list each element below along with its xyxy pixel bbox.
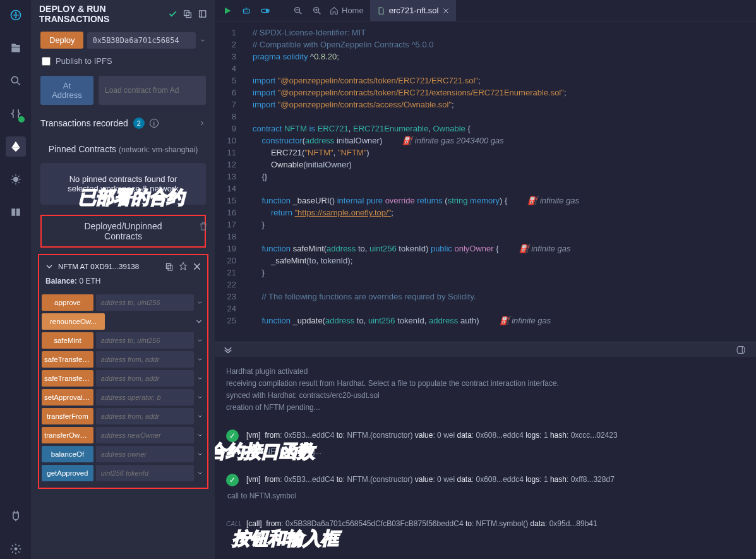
chevron-down-icon[interactable] — [196, 374, 203, 383]
debugger-icon[interactable] — [6, 169, 26, 189]
editor-tabbar: Home erc721-nft.sol — [215, 0, 756, 21]
disk-icon[interactable] — [736, 345, 746, 357]
annotation-3: 按钮和输入框 — [232, 532, 339, 544]
fn-input[interactable] — [96, 389, 194, 406]
tab-home[interactable]: Home — [330, 6, 364, 15]
balance-row: Balance: 0 ETH — [42, 277, 205, 292]
fn-input[interactable] — [96, 370, 194, 387]
fn-row: safeTransferFr... — [42, 351, 205, 368]
pin-icon[interactable] — [178, 261, 188, 272]
zoom-out-icon[interactable] — [292, 4, 304, 17]
svg-rect-9 — [243, 9, 249, 13]
trash-icon[interactable] — [198, 221, 208, 231]
deploy-button[interactable]: Deploy — [40, 32, 83, 49]
run-icon[interactable] — [221, 4, 234, 17]
chevron-down-icon[interactable] — [200, 37, 206, 44]
no-pinned-box: No pinned contracts found for selected w… — [40, 163, 206, 205]
tx-count-badge: 2 — [133, 117, 145, 129]
tab-file[interactable]: erc721-nft.sol — [370, 0, 457, 21]
fn-button[interactable]: safeTransferFr... — [42, 351, 93, 368]
chevron-down-icon[interactable] — [196, 469, 203, 478]
logo-icon[interactable] — [6, 5, 26, 25]
fn-button[interactable]: transferOwne... — [42, 427, 93, 443]
svg-point-2 — [13, 177, 18, 182]
code-editor[interactable]: 1234567891011121314151617181920212223242… — [215, 21, 756, 342]
fn-row: getApproved — [42, 465, 205, 481]
plugin-manager-icon[interactable] — [6, 506, 26, 526]
chevron-down-icon[interactable] — [196, 450, 203, 459]
fn-input[interactable] — [96, 465, 194, 481]
deployed-contracts-header: Deployed/Unpinned Contracts — [40, 215, 206, 248]
settings-icon[interactable] — [6, 539, 26, 559]
console-collapse-bar[interactable] — [215, 342, 756, 357]
deploy-address: 0x5B38Da6a701c56854 — [87, 32, 196, 49]
fn-button[interactable]: getApproved — [42, 465, 93, 481]
chevron-down-icon[interactable] — [44, 261, 54, 272]
fn-row: balanceOf — [42, 446, 205, 462]
compiler-icon[interactable] — [6, 104, 26, 124]
copy-icon[interactable] — [164, 261, 174, 272]
terminal-console[interactable]: Hardhat plugin activatedreceiving compil… — [215, 357, 756, 559]
double-chevron-icon — [222, 344, 234, 356]
toggle-icon[interactable] — [259, 4, 272, 17]
at-address-button[interactable]: At Address — [40, 76, 93, 105]
contract-instance-box: NFTM AT 0XD91...39138 Balance: 0 ETH app… — [38, 254, 208, 489]
chevron-down-icon[interactable] — [196, 431, 203, 440]
chevron-down-icon[interactable] — [196, 336, 203, 345]
info-icon: i — [150, 119, 159, 128]
close-tab-icon[interactable] — [442, 7, 450, 15]
new-window-icon[interactable] — [183, 8, 192, 20]
search-icon[interactable] — [6, 71, 26, 91]
fn-row: approve — [42, 294, 205, 311]
svg-point-13 — [266, 9, 268, 12]
fn-button[interactable]: renounceOw... — [42, 313, 105, 330]
fn-button[interactable]: approve — [42, 294, 93, 311]
fn-input[interactable] — [96, 408, 194, 424]
fn-input[interactable] — [96, 332, 194, 349]
deploy-run-icon[interactable] — [6, 136, 26, 157]
fn-row: safeMint — [42, 332, 205, 349]
panel-title: DEPLOY & RUN TRANSACTIONS — [39, 4, 158, 24]
chevron-down-icon[interactable] — [196, 393, 203, 402]
publish-ipfs-row[interactable]: Publish to IPFS — [40, 52, 206, 72]
chevron-down-icon[interactable] — [196, 355, 203, 364]
main-area: Home erc721-nft.sol 12345678910111213141… — [215, 0, 756, 559]
fn-input[interactable] — [96, 427, 194, 443]
fn-row: transferOwne... — [42, 427, 205, 443]
chevron-down-icon[interactable] — [196, 298, 203, 307]
pinned-contracts-title: Pinned Contracts (network: vm-shanghai) — [32, 135, 215, 157]
left-rail — [0, 0, 32, 559]
zoom-in-icon[interactable] — [311, 4, 323, 17]
fn-input[interactable] — [96, 446, 194, 462]
publish-ipfs-checkbox[interactable] — [42, 57, 51, 66]
file-explorer-icon[interactable] — [6, 38, 26, 58]
expand-icon[interactable] — [198, 8, 207, 20]
fn-row: renounceOw... — [42, 313, 205, 330]
check-icon[interactable] — [168, 8, 177, 20]
svg-point-3 — [14, 548, 17, 551]
svg-point-11 — [247, 10, 248, 11]
svg-point-10 — [244, 10, 246, 11]
fn-row: safeTransferFr... — [42, 370, 205, 387]
load-address-input[interactable] — [99, 76, 206, 105]
fn-input[interactable] — [96, 351, 194, 368]
fn-button[interactable]: setApprovalF... — [42, 389, 93, 406]
contract-name: NFTM AT 0XD91...39138 — [58, 263, 139, 270]
transactions-recorded-row[interactable]: Transactions recorded 2 i — [32, 111, 215, 135]
close-icon[interactable] — [192, 261, 202, 272]
svg-rect-8 — [168, 265, 172, 270]
svg-point-1 — [11, 76, 18, 83]
chevron-down-icon[interactable] — [196, 412, 203, 421]
svg-rect-6 — [199, 11, 205, 17]
chevron-right-icon — [198, 119, 206, 127]
fn-button[interactable]: safeMint — [42, 332, 93, 349]
chevron-down-icon[interactable] — [195, 317, 203, 326]
fn-button[interactable]: transferFrom — [42, 408, 93, 424]
learneth-icon[interactable] — [6, 202, 26, 222]
fn-button[interactable]: balanceOf — [42, 446, 93, 462]
fn-input[interactable] — [96, 294, 194, 311]
fn-button[interactable]: safeTransferFr... — [42, 370, 93, 387]
svg-rect-7 — [166, 263, 171, 268]
bot-icon[interactable] — [240, 4, 253, 17]
fn-row: setApprovalF... — [42, 389, 205, 406]
